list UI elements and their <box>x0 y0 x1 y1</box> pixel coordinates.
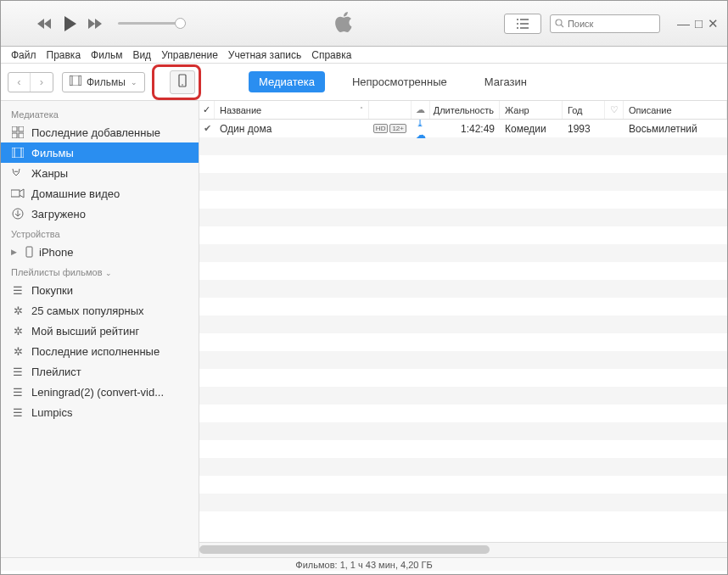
nav-back-button[interactable]: ‹ <box>8 73 31 92</box>
sidebar-item-iphone[interactable]: ▶iPhone <box>1 242 199 262</box>
menu-account[interactable]: Учетная запись <box>225 49 305 61</box>
previous-button[interactable] <box>33 13 55 35</box>
search-input[interactable] <box>568 19 644 29</box>
tab-library[interactable]: Медиатека <box>249 71 325 92</box>
col-year[interactable]: Год <box>563 101 605 119</box>
sidebar-item-downloaded[interactable]: Загружено <box>1 204 199 224</box>
menu-controls[interactable]: Управление <box>158 49 221 61</box>
disclosure-triangle-icon[interactable]: ▶ <box>11 248 17 256</box>
cell-name: Один дома <box>215 123 369 135</box>
gear-icon: ✲ <box>11 304 25 317</box>
next-button[interactable] <box>84 13 106 35</box>
table-header: ✓ Название˄ ☁ Длительность Жанр Год ♡ Оп… <box>199 101 727 120</box>
media-type-label: Фильмы <box>87 76 126 88</box>
list-icon: ☰ <box>11 365 25 378</box>
sidebar-section-devices: Устройства <box>1 224 199 242</box>
media-type-selector[interactable]: Фильмы ⌄ <box>62 72 145 92</box>
cell-genre: Комедии <box>500 123 563 135</box>
cloud-download-icon[interactable]: ⤓☁ <box>416 120 426 141</box>
table-body: ✔ Один дома HD12+ ⤓☁ 1:42:49 Комедии 199… <box>199 120 727 542</box>
horizontal-scrollbar[interactable] <box>199 542 727 557</box>
sidebar-item-label: Фильмы <box>31 147 74 159</box>
download-icon <box>11 207 25 221</box>
col-check[interactable]: ✓ <box>199 101 215 119</box>
sidebar-item-recentplayed[interactable]: ✲Последние исполненные <box>1 341 199 361</box>
col-cloud[interactable]: ☁ <box>412 101 430 119</box>
menu-movie[interactable]: Фильм <box>87 49 126 61</box>
tab-unwatched[interactable]: Непросмотренные <box>342 71 457 92</box>
col-heart[interactable]: ♡ <box>605 101 624 119</box>
cell-year: 1993 <box>563 123 605 135</box>
masks-icon <box>11 166 25 180</box>
col-description[interactable]: Описание <box>624 101 727 119</box>
svg-rect-16 <box>11 190 20 197</box>
sidebar-item-purchases[interactable]: ☰Покупки <box>1 280 199 300</box>
search-input-wrapper[interactable] <box>550 14 660 33</box>
sidebar-item-label: Плейлист <box>31 366 81 378</box>
play-button[interactable] <box>59 13 81 35</box>
svg-rect-9 <box>12 126 17 131</box>
tab-store[interactable]: Магазин <box>474 71 537 92</box>
svg-point-0 <box>556 20 562 25</box>
sidebar-item-label: Покупки <box>31 284 73 297</box>
svg-rect-12 <box>19 133 24 138</box>
table-row[interactable]: ✔ Один дома HD12+ ⤓☁ 1:42:49 Комедии 199… <box>199 120 727 137</box>
close-button[interactable]: ✕ <box>708 16 719 31</box>
device-button[interactable] <box>170 70 195 94</box>
col-duration[interactable]: Длительность <box>430 101 500 119</box>
col-badges[interactable] <box>369 101 412 119</box>
nav-forward-button[interactable]: › <box>31 73 53 92</box>
sidebar-item-playlist[interactable]: ☰Плейлист <box>1 361 199 382</box>
sidebar-item-top25[interactable]: ✲25 самых популярных <box>1 300 199 321</box>
cell-description: Восьмилетний <box>624 123 727 135</box>
sidebar-item-movies[interactable]: Фильмы <box>1 142 199 163</box>
sidebar-item-label: Домашние видео <box>31 187 120 200</box>
list-icon: ☰ <box>11 405 25 419</box>
svg-rect-3 <box>70 75 72 86</box>
col-name[interactable]: Название˄ <box>215 101 369 119</box>
sidebar-item-leningrad[interactable]: ☰Leningrad(2) (convert-vid... <box>1 382 199 402</box>
sidebar-item-label: Последние добавленные <box>31 126 160 139</box>
sidebar-item-label: Leningrad(2) (convert-vid... <box>31 386 164 399</box>
sidebar-item-lumpics[interactable]: ☰Lumpics <box>1 402 199 422</box>
sidebar: Медиатека Последние добавленные Фильмы Ж… <box>1 101 199 557</box>
svg-rect-13 <box>12 148 24 158</box>
sidebar-item-recent[interactable]: Последние добавленные <box>1 122 199 142</box>
sidebar-item-genres[interactable]: Жанры <box>1 163 199 183</box>
volume-slider[interactable] <box>118 22 186 25</box>
cell-duration: 1:42:49 <box>430 123 500 135</box>
minimize-button[interactable]: — <box>677 16 690 31</box>
menu-edit[interactable]: Правка <box>43 49 85 61</box>
film-icon <box>11 146 25 159</box>
phone-icon <box>22 245 36 259</box>
apple-logo-icon <box>335 11 354 36</box>
maximize-button[interactable]: □ <box>695 16 703 31</box>
sidebar-section-library: Медиатека <box>1 104 199 122</box>
content-area: ✓ Название˄ ☁ Длительность Жанр Год ♡ Оп… <box>199 101 727 557</box>
sidebar-section-playlists[interactable]: Плейлисты фильмов ⌄ <box>1 262 199 280</box>
status-bar: Фильмов: 1, 1 ч 43 мин, 4,20 ГБ <box>1 557 727 571</box>
svg-line-1 <box>561 25 563 27</box>
menu-help[interactable]: Справка <box>308 49 355 61</box>
list-icon: ☰ <box>11 283 25 297</box>
menubar: Файл Правка Фильм Вид Управление Учетная… <box>1 47 727 64</box>
gear-icon: ✲ <box>11 324 25 338</box>
titlebar: — □ ✕ <box>1 1 727 47</box>
sidebar-item-label: Загружено <box>31 208 86 221</box>
phone-icon <box>178 74 187 90</box>
svg-rect-11 <box>12 133 17 138</box>
svg-rect-18 <box>26 247 32 257</box>
sidebar-item-homevideo[interactable]: Домашние видео <box>1 183 199 204</box>
col-genre[interactable]: Жанр <box>500 101 563 119</box>
cloud-icon: ☁ <box>416 104 425 115</box>
menu-file[interactable]: Файл <box>8 49 40 61</box>
heart-icon: ♡ <box>610 104 619 115</box>
list-view-button[interactable] <box>504 14 541 34</box>
sidebar-item-toprated[interactable]: ✲Мой высший рейтинг <box>1 321 199 341</box>
search-icon <box>555 16 564 31</box>
check-icon[interactable]: ✔ <box>204 123 211 134</box>
menu-view[interactable]: Вид <box>129 49 154 61</box>
svg-rect-10 <box>19 126 24 131</box>
gear-icon: ✲ <box>11 344 25 358</box>
chevron-down-icon: ⌄ <box>131 78 137 87</box>
